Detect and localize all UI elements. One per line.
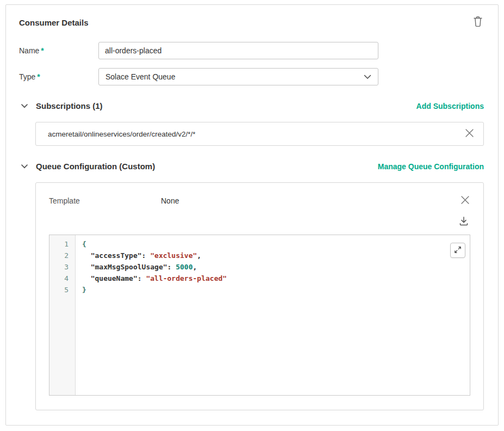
subscriptions-collapse-toggle[interactable] (19, 101, 30, 111)
add-subscriptions-link[interactable]: Add Subscriptions (416, 102, 484, 110)
template-value[interactable]: None (161, 196, 179, 205)
close-icon (465, 129, 474, 139)
queue-config-collapse-toggle[interactable] (19, 161, 30, 171)
subscriptions-section-header: Subscriptions (1) Add Subscriptions (19, 101, 484, 111)
name-input[interactable] (98, 42, 378, 59)
chevron-down-icon (21, 102, 28, 110)
subscription-row: acmeretail/onlineservices/order/created/… (35, 122, 484, 146)
clear-template-button[interactable] (460, 195, 470, 207)
type-label-text: Type (19, 72, 35, 81)
download-config-button[interactable] (457, 214, 470, 229)
editor-gutter: 12345 (49, 235, 76, 395)
line-number: 5 (49, 284, 75, 295)
code-line: { (82, 238, 463, 250)
type-required-marker: * (37, 72, 40, 81)
name-required-marker: * (41, 46, 43, 55)
download-icon (458, 216, 469, 228)
name-label-text: Name (19, 46, 39, 55)
subscription-topic: acmeretail/onlineservices/order/created/… (48, 130, 196, 138)
download-row (49, 214, 470, 229)
code-editor: 12345 { "accessType": "exclusive", "maxM… (49, 235, 470, 396)
name-label: Name* (19, 46, 98, 55)
delete-consumer-button[interactable] (472, 15, 484, 30)
type-label: Type* (19, 72, 98, 81)
code-line: "queueName": "all-orders-placed" (82, 273, 463, 284)
expand-editor-button[interactable] (450, 243, 465, 258)
template-row: Template None (49, 192, 470, 207)
type-select[interactable]: Solace Event Queue (98, 68, 378, 85)
subscriptions-title: Subscriptions (1) (36, 101, 103, 110)
template-label: Template (49, 196, 161, 205)
line-number: 1 (49, 238, 75, 250)
code-line: "accessType": "exclusive", (82, 250, 463, 261)
type-select-value: Solace Event Queue (105, 72, 175, 81)
chevron-down-icon (364, 72, 371, 81)
queue-config-panel: Template None 12345 { " (35, 182, 484, 410)
expand-icon (454, 246, 462, 255)
card-header: Consumer Details (19, 15, 484, 30)
page-title: Consumer Details (19, 15, 89, 27)
queue-config-section-header: Queue Configuration (Custom) Manage Queu… (19, 161, 484, 171)
editor-code[interactable]: { "accessType": "exclusive", "maxMsgSpoo… (76, 235, 470, 395)
manage-queue-configuration-link[interactable]: Manage Queue Configuration (378, 162, 484, 171)
line-number: 2 (49, 250, 75, 261)
line-number: 4 (49, 273, 75, 284)
close-icon (461, 196, 469, 206)
code-line: "maxMsgSpoolUsage": 5000, (82, 261, 463, 273)
trash-icon (473, 16, 483, 29)
code-line: } (82, 284, 463, 295)
type-field-row: Type* Solace Event Queue (19, 68, 484, 85)
consumer-details-card: Consumer Details Name* Type* Solace Even… (5, 4, 499, 426)
line-number: 3 (49, 261, 75, 273)
chevron-down-icon (21, 162, 28, 170)
name-field-row: Name* (19, 42, 484, 59)
remove-subscription-button[interactable] (464, 128, 475, 140)
queue-config-title: Queue Configuration (Custom) (36, 162, 155, 171)
